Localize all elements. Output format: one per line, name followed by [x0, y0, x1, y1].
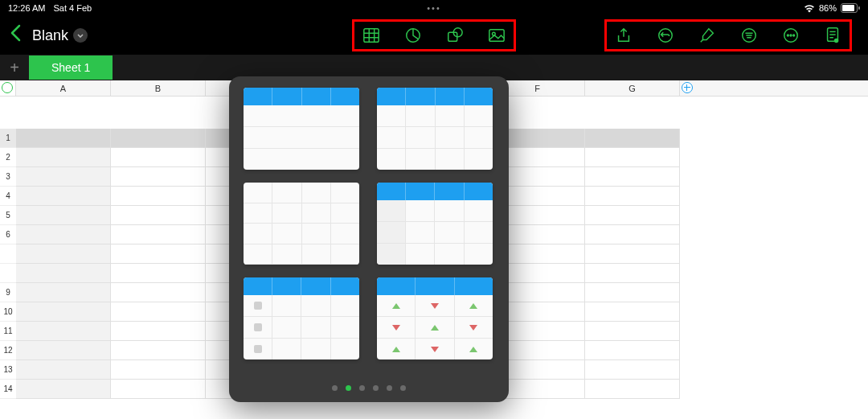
page-dot-3[interactable]	[373, 385, 379, 391]
triangle-up-icon	[469, 303, 477, 309]
svg-rect-1	[842, 5, 854, 11]
page-dot-2[interactable]	[359, 385, 365, 391]
svg-rect-2	[858, 6, 860, 10]
insert-tools-highlight	[352, 19, 516, 51]
add-column-button[interactable]	[682, 82, 693, 93]
row-header-5[interactable]: 5	[0, 206, 16, 225]
row-headers: 1 2 3 4 5 6 9 10 11 12 13 14	[0, 97, 16, 399]
multitask-dots[interactable]: •••	[427, 3, 441, 13]
triangle-up-icon	[392, 303, 400, 309]
row-header-8[interactable]	[0, 264, 16, 283]
action-tools-highlight	[604, 19, 852, 51]
triangle-down-icon	[392, 325, 400, 331]
status-time: 12:26 AM	[8, 3, 45, 13]
row-header-14[interactable]: 14	[0, 380, 16, 399]
svg-point-21	[793, 35, 795, 36]
undo-icon[interactable]	[657, 27, 674, 44]
row-header-6[interactable]: 6	[0, 225, 16, 244]
row-header-1[interactable]: 1	[0, 129, 16, 148]
template-card-1[interactable]	[244, 88, 359, 170]
triangle-down-icon	[431, 303, 439, 309]
page-indicator	[332, 385, 406, 391]
sheet-tab-1[interactable]: Sheet 1	[29, 55, 113, 80]
checkbox-icon	[254, 323, 262, 331]
triangle-up-icon	[431, 325, 439, 331]
checkbox-icon	[254, 345, 262, 353]
template-card-4[interactable]	[377, 183, 493, 265]
add-sheet-button[interactable]: +	[0, 59, 29, 77]
triangle-up-icon	[392, 347, 400, 352]
more-icon[interactable]	[782, 27, 800, 44]
row-header-7[interactable]	[0, 244, 16, 264]
triangle-down-icon	[431, 347, 439, 352]
row-header-13[interactable]: 13	[0, 360, 16, 380]
row-header-4[interactable]: 4	[0, 187, 16, 206]
svg-point-20	[790, 35, 792, 36]
page-dot-4[interactable]	[387, 385, 392, 391]
title-chevron-icon[interactable]	[73, 28, 88, 43]
row-header-2[interactable]: 2	[0, 148, 16, 167]
triangle-up-icon	[469, 347, 477, 352]
battery-icon	[841, 3, 860, 13]
document-title[interactable]: Blank	[32, 27, 68, 44]
row-header-12[interactable]: 12	[0, 341, 16, 360]
row-header-10[interactable]: 10	[0, 302, 16, 322]
page-dot-1[interactable]	[346, 385, 351, 391]
template-card-2[interactable]	[377, 88, 493, 170]
toolbar: Blank	[0, 16, 868, 55]
triangle-down-icon	[469, 325, 477, 331]
template-card-5[interactable]	[244, 277, 359, 359]
checkbox-icon	[254, 302, 262, 310]
page-dot-0[interactable]	[332, 385, 338, 391]
select-origin-button[interactable]	[2, 82, 13, 93]
col-header-b[interactable]: B	[111, 80, 206, 96]
row-header-3[interactable]: 3	[0, 167, 16, 187]
status-bar: 12:26 AM Sat 4 Feb ••• 86%	[0, 0, 868, 16]
page-dot-5[interactable]	[400, 385, 406, 391]
battery-percent: 86%	[819, 3, 837, 13]
insert-shape-icon[interactable]	[446, 27, 464, 44]
col-header-g[interactable]: G	[585, 80, 680, 96]
row-header-9[interactable]: 9	[0, 283, 16, 302]
row-header-11[interactable]: 11	[0, 322, 16, 341]
status-date: Sat 4 Feb	[53, 3, 92, 13]
organize-icon[interactable]	[740, 27, 758, 44]
svg-rect-3	[364, 29, 379, 43]
svg-point-19	[787, 35, 788, 36]
svg-point-13	[659, 29, 673, 43]
share-icon[interactable]	[615, 27, 633, 44]
back-button[interactable]	[6, 21, 24, 50]
insert-table-icon[interactable]	[362, 27, 380, 44]
insert-media-icon[interactable]	[488, 27, 506, 44]
insert-chart-icon[interactable]	[404, 27, 422, 44]
svg-point-26	[834, 39, 839, 43]
table-templates-popover	[229, 76, 509, 402]
document-settings-icon[interactable]	[824, 27, 841, 44]
format-brush-icon[interactable]	[698, 27, 716, 44]
template-card-3[interactable]	[244, 183, 359, 265]
col-header-a[interactable]: A	[16, 80, 111, 96]
template-card-6[interactable]	[377, 277, 493, 359]
wifi-icon	[804, 4, 815, 13]
